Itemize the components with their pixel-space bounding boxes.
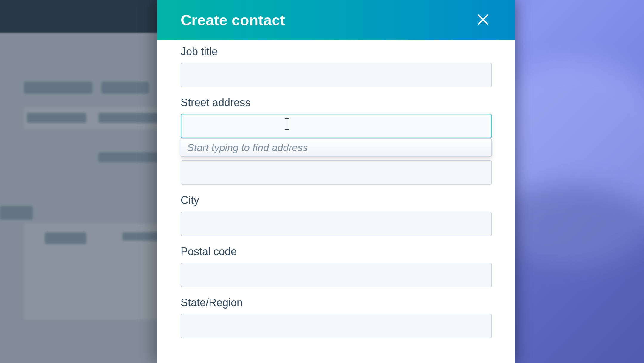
close-button[interactable] <box>474 11 492 29</box>
label-city: City <box>181 194 492 207</box>
input-state-region[interactable] <box>181 314 492 338</box>
field-job-title: Job title <box>181 45 492 87</box>
address-autocomplete-dropdown[interactable]: Start typing to find address <box>181 138 492 157</box>
field-street-address: Street address Start typing to find addr… <box>181 96 492 138</box>
field-city: City <box>181 194 492 236</box>
input-postal-code[interactable] <box>181 263 492 287</box>
contact-form: Job title Street address Start typing to… <box>181 45 492 338</box>
label-street-address: Street address <box>181 96 492 109</box>
panel-header: Create contact <box>157 0 515 40</box>
input-country-region[interactable] <box>181 160 492 185</box>
field-postal-code: Postal code <box>181 245 492 287</box>
field-state-region: State/Region <box>181 296 492 338</box>
label-postal-code: Postal code <box>181 245 492 258</box>
input-city[interactable] <box>181 212 492 236</box>
close-icon <box>476 13 490 27</box>
panel-title: Create contact <box>181 12 285 29</box>
label-state-region: State/Region <box>181 296 492 309</box>
address-autocomplete-hint: Start typing to find address <box>187 142 308 153</box>
label-job-title: Job title <box>181 45 492 58</box>
create-contact-panel: Create contact Job title Street address <box>157 0 515 363</box>
field-country-region: Country/Region <box>181 160 492 185</box>
panel-body: Job title Street address Start typing to… <box>157 40 515 363</box>
input-job-title[interactable] <box>181 63 492 87</box>
input-street-address[interactable] <box>181 114 492 138</box>
